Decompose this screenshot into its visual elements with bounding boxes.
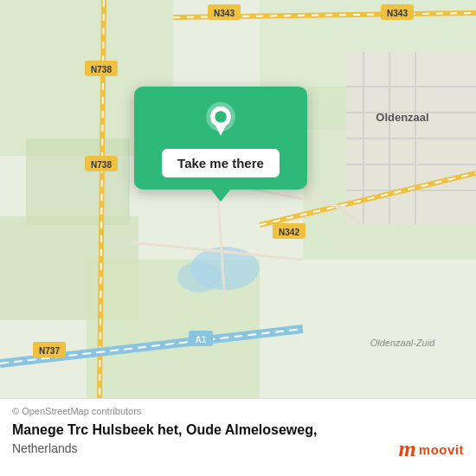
map-container: N342 A1 N737 N738 N738 N343 N343 Oldenza…	[0, 0, 476, 398]
moovit-logo: m moovit	[399, 436, 464, 462]
svg-text:Oldenzaal: Oldenzaal	[376, 111, 428, 124]
svg-text:N342: N342	[279, 228, 299, 237]
svg-text:N738: N738	[91, 160, 112, 170]
svg-text:N343: N343	[214, 9, 235, 18]
svg-text:N737: N737	[39, 346, 60, 356]
svg-point-8	[177, 261, 221, 293]
bottom-bar: © OpenStreetMap contributors Manege Trc …	[0, 398, 476, 476]
moovit-m-icon: m	[399, 436, 416, 462]
svg-text:N343: N343	[387, 9, 408, 18]
map-background: N342 A1 N737 N738 N738 N343 N343 Oldenza…	[0, 0, 476, 398]
location-pin-icon	[202, 102, 240, 140]
popup-card[interactable]: Take me there	[134, 87, 307, 190]
svg-text:A1: A1	[196, 335, 207, 344]
place-name: Manege Trc Hulsbeek het, Oude Almelosewe…	[12, 421, 464, 440]
copyright-text: © OpenStreetMap contributors	[12, 406, 141, 416]
svg-text:N738: N738	[91, 65, 112, 74]
place-country: Netherlands	[12, 441, 464, 455]
svg-point-49	[215, 111, 227, 123]
take-me-there-button[interactable]: Take me there	[162, 149, 280, 177]
svg-text:Oldenzaal-Zuid: Oldenzaal-Zuid	[370, 338, 435, 348]
moovit-wordmark: moovit	[419, 442, 464, 457]
svg-rect-2	[26, 138, 130, 225]
copyright-row: © OpenStreetMap contributors	[12, 406, 464, 416]
